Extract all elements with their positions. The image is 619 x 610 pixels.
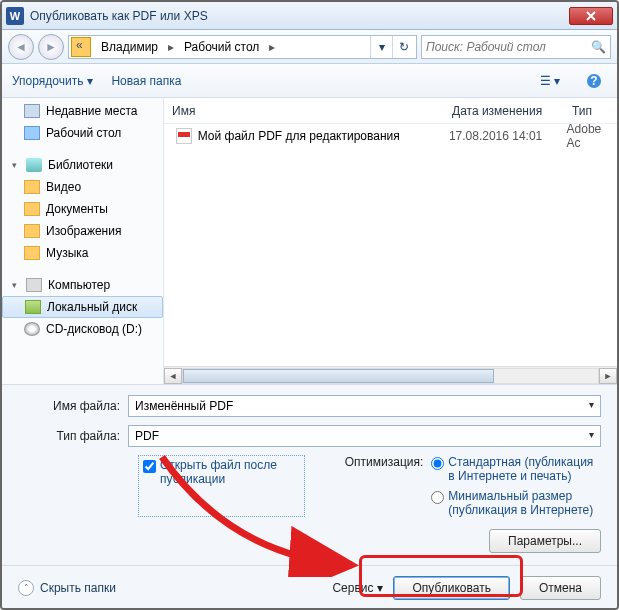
file-name: Мой файл PDF для редактирования bbox=[198, 129, 449, 143]
organize-menu[interactable]: Упорядочить ▾ bbox=[12, 74, 93, 88]
filename-input[interactable]: Изменённый PDF bbox=[128, 395, 601, 417]
sidebar-item-libraries[interactable]: ▾Библиотеки bbox=[2, 154, 163, 176]
sidebar-item-recent[interactable]: Недавние места bbox=[2, 100, 163, 122]
sidebar-item-label: Компьютер bbox=[48, 278, 110, 292]
parameters-button[interactable]: Параметры... bbox=[489, 529, 601, 553]
svg-text:?: ? bbox=[590, 74, 597, 88]
window-title: Опубликовать как PDF или XPS bbox=[30, 9, 569, 23]
chevron-down-icon: ▾ bbox=[377, 581, 383, 595]
save-form: Имя файла: Изменённый PDF Тип файла: PDF… bbox=[2, 384, 617, 565]
column-name[interactable]: Имя bbox=[164, 104, 444, 118]
service-label: Сервис bbox=[332, 581, 373, 595]
breadcrumb-part[interactable]: Рабочий стол bbox=[178, 40, 265, 54]
sidebar-item-cd-drive[interactable]: CD-дисковод (D:) bbox=[2, 318, 163, 340]
toolbar: Упорядочить ▾ Новая папка ☰ ▾ ? bbox=[2, 64, 617, 98]
libraries-icon bbox=[26, 158, 42, 172]
music-icon bbox=[24, 246, 40, 260]
filetype-label: Тип файла: bbox=[18, 429, 128, 443]
open-after-checkbox[interactable]: Открыть файл после публикации bbox=[138, 455, 305, 517]
navbar: ◄ ► Владимир ▸ Рабочий стол ▸ ▾ ↻ 🔍 bbox=[2, 30, 617, 64]
sidebar-item-label: Локальный диск bbox=[47, 300, 137, 314]
radio-standard-label: Стандартная (публикация в Интернете и пе… bbox=[448, 455, 601, 483]
scroll-track[interactable] bbox=[182, 368, 599, 384]
video-icon bbox=[24, 180, 40, 194]
search-box[interactable]: 🔍 bbox=[421, 35, 611, 59]
scroll-thumb[interactable] bbox=[183, 369, 494, 383]
back-button[interactable]: ◄ bbox=[8, 34, 34, 60]
file-row[interactable]: Мой файл PDF для редактирования 17.08.20… bbox=[164, 124, 617, 148]
sidebar-item-music[interactable]: Музыка bbox=[2, 242, 163, 264]
column-headers: Имя Дата изменения Тип bbox=[164, 98, 617, 124]
column-date[interactable]: Дата изменения bbox=[444, 104, 564, 118]
breadcrumb-dropdown[interactable]: ▾ bbox=[370, 36, 392, 58]
cd-icon bbox=[24, 322, 40, 336]
sidebar: Недавние места Рабочий стол ▾Библиотеки … bbox=[2, 98, 164, 384]
scroll-right-button[interactable]: ► bbox=[599, 368, 617, 384]
hide-folders-label: Скрыть папки bbox=[40, 581, 116, 595]
recent-icon bbox=[24, 104, 40, 118]
open-after-check-input[interactable] bbox=[143, 460, 156, 473]
optimization-group: Оптимизация: Стандартная (публикация в И… bbox=[345, 455, 601, 517]
file-date: 17.08.2016 14:01 bbox=[449, 129, 567, 143]
folder-icon bbox=[71, 37, 91, 57]
sidebar-item-label: Рабочий стол bbox=[46, 126, 121, 140]
help-icon: ? bbox=[586, 73, 602, 89]
radio-standard[interactable]: Стандартная (публикация в Интернете и пе… bbox=[431, 455, 601, 483]
expand-icon: ▾ bbox=[12, 280, 20, 290]
desktop-icon bbox=[24, 126, 40, 140]
search-input[interactable] bbox=[426, 40, 591, 54]
sidebar-item-label: Недавние места bbox=[46, 104, 137, 118]
radio-standard-input[interactable] bbox=[431, 457, 444, 470]
scroll-left-button[interactable]: ◄ bbox=[164, 368, 182, 384]
publish-button[interactable]: Опубликовать bbox=[393, 576, 509, 600]
forward-button[interactable]: ► bbox=[38, 34, 64, 60]
refresh-button[interactable]: ↻ bbox=[392, 36, 414, 58]
titlebar: W Опубликовать как PDF или XPS bbox=[2, 2, 617, 30]
close-icon bbox=[586, 11, 596, 21]
optimization-label: Оптимизация: bbox=[345, 455, 424, 517]
footer: ˄ Скрыть папки Сервис ▾ Опубликовать Отм… bbox=[2, 565, 617, 609]
close-button[interactable] bbox=[569, 7, 613, 25]
hide-folders-button[interactable]: ˄ Скрыть папки bbox=[18, 580, 116, 596]
organize-label: Упорядочить bbox=[12, 74, 83, 88]
sidebar-item-label: Изображения bbox=[46, 224, 121, 238]
breadcrumb-part[interactable]: Владимир bbox=[95, 40, 164, 54]
sidebar-item-computer[interactable]: ▾Компьютер bbox=[2, 274, 163, 296]
filename-label: Имя файла: bbox=[18, 399, 128, 413]
word-icon: W bbox=[6, 7, 24, 25]
sidebar-item-label: CD-дисковод (D:) bbox=[46, 322, 142, 336]
filename-value: Изменённый PDF bbox=[135, 399, 233, 413]
open-after-label: Открыть файл после публикации bbox=[160, 458, 300, 486]
sidebar-item-video[interactable]: Видео bbox=[2, 176, 163, 198]
sidebar-item-label: Документы bbox=[46, 202, 108, 216]
view-menu[interactable]: ☰ ▾ bbox=[537, 70, 563, 92]
main-area: Недавние места Рабочий стол ▾Библиотеки … bbox=[2, 98, 617, 384]
new-folder-button[interactable]: Новая папка bbox=[111, 74, 181, 88]
help-button[interactable]: ? bbox=[581, 70, 607, 92]
sidebar-item-images[interactable]: Изображения bbox=[2, 220, 163, 242]
filetype-select[interactable]: PDF bbox=[128, 425, 601, 447]
radio-minimal[interactable]: Минимальный размер (публикация в Интерне… bbox=[431, 489, 601, 517]
sidebar-item-documents[interactable]: Документы bbox=[2, 198, 163, 220]
documents-icon bbox=[24, 202, 40, 216]
cancel-button[interactable]: Отмена bbox=[520, 576, 601, 600]
images-icon bbox=[24, 224, 40, 238]
disk-icon bbox=[25, 300, 41, 314]
breadcrumb[interactable]: Владимир ▸ Рабочий стол ▸ ▾ ↻ bbox=[68, 35, 417, 59]
chevron-down-icon: ▾ bbox=[87, 74, 93, 88]
sidebar-item-label: Музыка bbox=[46, 246, 88, 260]
column-type[interactable]: Тип bbox=[564, 104, 617, 118]
radio-minimal-input[interactable] bbox=[431, 491, 444, 504]
computer-icon bbox=[26, 278, 42, 292]
chevron-right-icon: ▸ bbox=[265, 40, 279, 54]
file-type: Adobe Ac bbox=[567, 122, 617, 150]
filetype-value: PDF bbox=[135, 429, 159, 443]
caret-up-icon: ˄ bbox=[18, 580, 34, 596]
file-pane: Имя Дата изменения Тип Мой файл PDF для … bbox=[164, 98, 617, 384]
horizontal-scrollbar[interactable]: ◄ ► bbox=[164, 366, 617, 384]
sidebar-item-desktop[interactable]: Рабочий стол bbox=[2, 122, 163, 144]
sidebar-item-local-disk[interactable]: Локальный диск bbox=[2, 296, 163, 318]
expand-icon: ▾ bbox=[12, 160, 20, 170]
chevron-right-icon: ▸ bbox=[164, 40, 178, 54]
service-menu[interactable]: Сервис ▾ bbox=[332, 581, 383, 595]
